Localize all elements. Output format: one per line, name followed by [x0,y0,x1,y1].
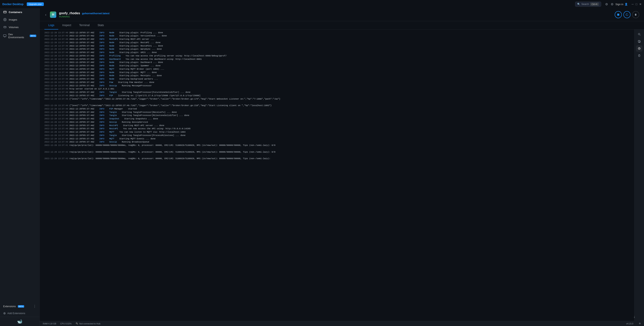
delete-button[interactable] [632,11,639,18]
logs-container: 2022-12-20 13:37:40 2022-12-20T05:37:40Z… [40,29,644,321]
back-button[interactable]: ‹ [44,12,47,18]
dev-env-badge: BETA [30,35,36,37]
add-extensions-button[interactable]: ⊕ Add Extensions [0,310,40,317]
ram-label: RAM 4.18 GB [43,323,56,325]
log-line: 2022-12-20 13:37:40 2022-12-20T05:37:40Z… [44,78,630,81]
log-line: 2022-12-20 13:37:40 2022-12-20T05:37:40Z… [44,81,630,84]
log-line: 2022-12-20 13:37:41 req(qu/pe/proc/lat):… [44,144,630,147]
settings-icon-statusbar[interactable]: ⚙ [639,322,641,325]
close-button[interactable]: ✕ [639,2,642,6]
log-line: 2022-12-20 13:37:40 2022-12-20T05:37:40Z… [44,41,630,44]
tab-logs[interactable]: Logs [44,21,58,29]
container-image[interactable]: gohornet/hornet:latest [82,12,110,15]
log-line: 2022-12-20 13:37:40 2022-12-20T05:37:40Z… [44,34,630,38]
search-icon: 🔍 [577,3,580,5]
log-scroll-button[interactable] [636,45,642,52]
stop-button[interactable] [615,11,622,18]
log-line: 2022-12-20 13:37:40 2022-12-20T05:37:40Z… [44,58,630,61]
log-line [44,147,630,150]
log-line: 2022-12-20 13:37:40 2022-12-20T05:37:40Z… [44,91,630,94]
svg-point-2 [4,18,6,21]
cpu-label: CPU 0.02% [60,323,72,325]
sidebar-footer: 🐋 [0,317,40,326]
container-header: ‹ H goofy_rhodes gohornet/hornet:latest … [40,8,644,21]
sidebar-item-dev-environments[interactable]: Dev Environments BETA [0,31,40,41]
log-line: 2022-12-20 13:37:40 2022-12-20T05:37:40Z… [44,44,630,48]
log-line: 2022-12-20 13:37:40 2022-12-20T05:37:40Z… [44,74,630,78]
log-line: 2022-12-20 13:37:40 2022-12-20T05:37:40Z… [44,94,630,97]
tab-inspect[interactable]: Inspect [58,21,75,29]
gear-icon[interactable]: ⚙ [611,2,614,6]
log-line: 2022-12-20 13:37:40 2022-12-20T05:37:40Z… [44,51,630,54]
svg-rect-0 [4,11,6,13]
log-clear-button[interactable] [636,52,642,59]
svg-point-3 [4,19,6,20]
log-line: 2022-12-20 13:37:40 2022-12-20T05:37:40Z… [44,54,630,58]
tab-terminal[interactable]: Terminal [75,21,94,29]
search-shortcut: Ctrl+K [590,2,599,6]
dev-env-icon [3,34,6,38]
log-line: 2022-12-20 13:37:40 2022-12-20T05:37:40Z… [44,71,630,74]
hub-icon: 🔌 [76,322,78,325]
search-label: Search [582,3,589,5]
sidebar: Containers Images Volumes Dev Environmen… [0,8,40,326]
log-line: 2022-12-20 13:37:40 2022-12-20T05:37:40Z… [44,114,630,117]
log-line: 2022-12-20 13:37:40 2022-12-20T05:37:40Z… [44,121,630,124]
app-logo: Docker Desktop [2,2,24,6]
log-line: 2022-12-20 13:37:40 2022-12-20T05:37:40Z… [44,127,630,131]
log-line: 2022-12-20 13:37:42 req(qu/pe/proc/lat):… [44,150,630,154]
containers-icon [3,10,7,14]
sidebar-item-containers[interactable]: Containers [0,8,40,16]
logs-content[interactable]: 2022-12-20 13:37:40 2022-12-20T05:37:40Z… [40,29,634,321]
log-search-button[interactable] [636,31,642,37]
tabs: Logs Inspect Terminal Stats [40,21,644,29]
hub-status: 🔌 Not connected to Hub [76,322,100,325]
log-line: 2022-12-20 13:37:43 req(qu/pe/proc/lat):… [44,157,630,161]
sidebar-item-volumes[interactable]: Volumes [0,23,40,31]
log-line: 2022-12-20 13:37:40 2022-12-20T05:37:40Z… [44,124,630,127]
sidebar-dev-env-label: Dev Environments [8,33,27,39]
svg-rect-4 [4,26,6,28]
minimize-button[interactable]: ─ [632,2,634,6]
container-name: goofy_rhodes [59,11,80,15]
log-copy-button[interactable] [636,38,642,44]
settings-icon[interactable]: ⚙ [605,2,608,6]
ram-status: RAM 4.18 GB [43,323,56,325]
log-line: 2022-12-20 13:37:40 2022-12-20T05:37:40Z… [44,117,630,121]
log-line: 2022-12-20 13:37:40 2022-12-20T05:37:40Z… [44,111,630,114]
svg-rect-9 [617,14,619,16]
titlebar: Docker Desktop Upgrade plan 🔍 Search Ctr… [0,0,644,8]
log-line: 2022-12-20 13:37:40 2022-12-20T05:37:40Z… [44,137,630,141]
add-icon: ⊕ [3,311,6,315]
log-line: 2022-12-20 13:37:40 2022-12-20T05:37:40Z… [44,84,630,87]
svg-rect-13 [638,40,640,42]
volumes-icon [3,25,7,29]
log-line [44,154,630,157]
images-icon [3,18,7,21]
signin-label: Sign in [616,3,624,6]
docker-whale-icon: 🐋 [17,319,22,324]
sidebar-item-images[interactable]: Images [0,16,40,23]
main-layout: Containers Images Volumes Dev Environmen… [0,8,644,326]
upgrade-button[interactable]: Upgrade plan [27,2,44,6]
container-actions [615,11,639,18]
signin-button[interactable]: Sign in 👤 [616,3,628,6]
sidebar-containers-label: Containers [9,11,22,14]
svg-point-10 [638,33,640,35]
container-icon: H [50,11,56,18]
maximize-button[interactable]: □ [636,2,637,6]
log-line: 2022-12-20 13:37:40 2022-12-20T05:37:40Z… [44,131,630,134]
content-area: ‹ H goofy_rhodes gohornet/hornet:latest … [40,8,644,326]
log-line: 2022-12-20 13:37:40 2022-12-20T05:37:40Z… [44,64,630,68]
window-controls: ─ □ ✕ [632,2,642,6]
log-line: 2022-12-20 13:37:40 2022-12-20T05:37:40Z… [44,141,630,144]
restart-button[interactable] [624,11,630,18]
sidebar-volumes-label: Volumes [9,26,19,29]
log-line: 2022-12-20 13:37:40 2022-12-20T05:37:40Z… [44,107,630,111]
svg-line-11 [640,35,640,35]
tab-stats[interactable]: Stats [94,21,108,29]
log-line: 2022-12-20 13:37:40 2022-12-20T05:37:40Z… [44,61,630,64]
extensions-menu-icon[interactable]: ⋮ [33,305,36,308]
log-line: 2022-12-20 13:37:40 {"level":"info","tim… [44,97,630,101]
search-bar[interactable]: 🔍 Search Ctrl+K [575,1,601,7]
